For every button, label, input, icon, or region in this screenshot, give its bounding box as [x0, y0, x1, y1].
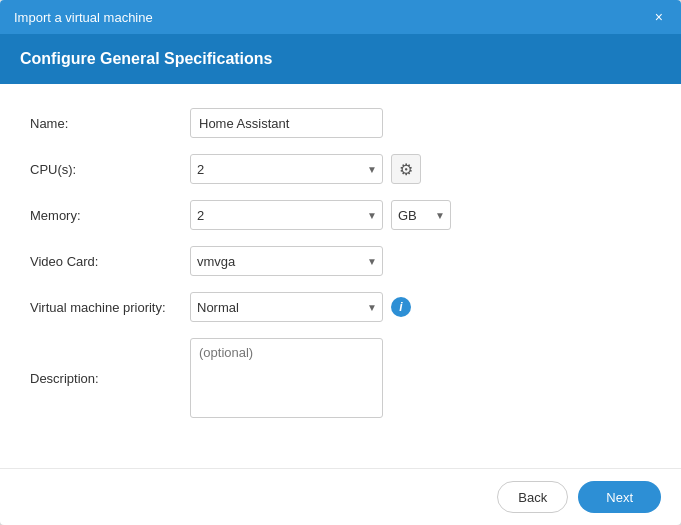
cpu-select[interactable]: 1 2 4 8 — [190, 154, 383, 184]
cpu-label: CPU(s): — [30, 162, 190, 177]
import-vm-dialog: Import a virtual machine × Configure Gen… — [0, 0, 681, 525]
video-card-controls: vmvga vga vmware-svga ▼ — [190, 246, 383, 276]
memory-label: Memory: — [30, 208, 190, 223]
memory-unit-select-wrapper: MB GB ▼ — [391, 200, 451, 230]
priority-controls: Low Normal High ▼ i — [190, 292, 411, 322]
name-row: Name: — [30, 108, 651, 138]
description-label: Description: — [30, 371, 190, 386]
title-bar: Import a virtual machine × — [0, 0, 681, 34]
gear-icon: ⚙ — [399, 160, 413, 179]
priority-row: Virtual machine priority: Low Normal Hig… — [30, 292, 651, 322]
memory-unit-select[interactable]: MB GB — [391, 200, 451, 230]
form-content: Name: CPU(s): 1 2 4 8 ▼ ⚙ — [0, 84, 681, 468]
description-row: Description: — [30, 338, 651, 418]
back-button[interactable]: Back — [497, 481, 568, 513]
cpu-select-wrapper: 1 2 4 8 ▼ — [190, 154, 383, 184]
video-card-label: Video Card: — [30, 254, 190, 269]
section-title: Configure General Specifications — [20, 50, 661, 68]
description-controls — [190, 338, 383, 418]
priority-select-wrapper: Low Normal High ▼ — [190, 292, 383, 322]
memory-controls: 1 2 4 8 16 ▼ MB GB ▼ — [190, 200, 451, 230]
close-button[interactable]: × — [651, 8, 667, 26]
next-button[interactable]: Next — [578, 481, 661, 513]
dialog-title: Import a virtual machine — [14, 10, 153, 25]
memory-select-wrapper: 1 2 4 8 16 ▼ — [190, 200, 383, 230]
memory-row: Memory: 1 2 4 8 16 ▼ MB GB — [30, 200, 651, 230]
cpu-gear-button[interactable]: ⚙ — [391, 154, 421, 184]
video-card-select[interactable]: vmvga vga vmware-svga — [190, 246, 383, 276]
name-input[interactable] — [190, 108, 383, 138]
cpu-row: CPU(s): 1 2 4 8 ▼ ⚙ — [30, 154, 651, 184]
priority-info-button[interactable]: i — [391, 297, 411, 317]
priority-label: Virtual machine priority: — [30, 300, 190, 315]
name-label: Name: — [30, 116, 190, 131]
dialog-header: Configure General Specifications — [0, 34, 681, 84]
cpu-controls: 1 2 4 8 ▼ ⚙ — [190, 154, 421, 184]
info-icon: i — [399, 300, 402, 314]
description-textarea[interactable] — [190, 338, 383, 418]
dialog-footer: Back Next — [0, 468, 681, 525]
memory-select[interactable]: 1 2 4 8 16 — [190, 200, 383, 230]
name-controls — [190, 108, 383, 138]
priority-select[interactable]: Low Normal High — [190, 292, 383, 322]
video-card-select-wrapper: vmvga vga vmware-svga ▼ — [190, 246, 383, 276]
video-card-row: Video Card: vmvga vga vmware-svga ▼ — [30, 246, 651, 276]
